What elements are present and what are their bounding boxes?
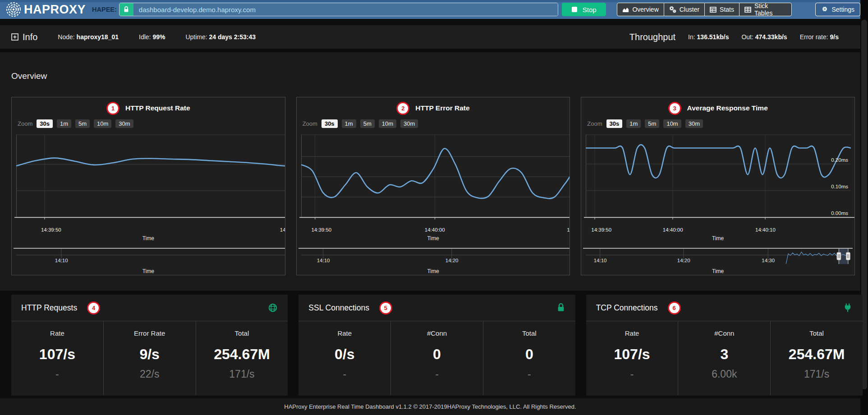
series-line (586, 145, 851, 178)
settings-label: Settings (831, 6, 854, 13)
nav-button-stick-tables[interactable]: Stick Tables (739, 3, 792, 16)
zoom-row: Zoom30s1m5m10m30m (12, 117, 285, 130)
stat-sub-value: - (483, 368, 575, 380)
panel-header: 3Average Response Time (581, 97, 854, 117)
lock-icon (556, 303, 565, 313)
zoom-row: Zoom30s1m5m10m30m (581, 117, 854, 130)
section-title: Overview (11, 71, 860, 81)
stop-button[interactable]: Stop (562, 3, 606, 16)
nav-button-group: OverviewClusterStatsStick Tables (617, 3, 792, 16)
zoom-5m-button[interactable]: 5m (645, 119, 659, 128)
navigator-axis-title: Time (12, 268, 285, 275)
stat-card-http-requests: HTTP Requests4Rate107/s-Error Rate9/s22/… (11, 295, 288, 396)
nav-button-label: Cluster (680, 6, 699, 13)
footer-text: HAProxy Enterprise Real Time Dashboard v… (284, 403, 576, 410)
range-navigator[interactable]: 14:1014:2014:30 (581, 248, 854, 267)
zoom-5m-button[interactable]: 5m (360, 119, 375, 128)
gears-icon (669, 6, 676, 13)
stat-cards-row: HTTP Requests4Rate107/s-Error Rate9/s22/… (11, 295, 863, 396)
stat-sub-value: 171/s (771, 368, 863, 380)
chart-panel-1: 1HTTP Request RateZoom30s1m5m10m30m0.00/… (11, 97, 285, 275)
zoom-label: Zoom (18, 120, 32, 127)
card-icon-slot (556, 303, 565, 313)
stat-column: #Conn0- (390, 321, 483, 395)
card-stats: Rate107/s-Error Rate9/s22/sTotal254.67M1… (11, 321, 288, 395)
nav-button-stats[interactable]: Stats (704, 3, 739, 16)
zoom-30m-button[interactable]: 30m (685, 119, 703, 128)
zoom-1m-button[interactable]: 1m (626, 119, 641, 128)
x-tick-label: 14:40:00 (280, 227, 285, 233)
stat-column: Total254.67M171/s (196, 321, 288, 395)
card-stats: Rate107/s-#Conn36.00kTotal254.67M171/s (586, 321, 863, 395)
plug-icon (843, 303, 853, 313)
x-axis-title: Time (297, 235, 570, 242)
nav-button-overview[interactable]: Overview (617, 3, 664, 16)
nav-button-label: Stats (720, 6, 734, 13)
card-icon-slot (843, 303, 853, 313)
stat-label: Total (196, 329, 288, 337)
charts-row: 1HTTP Request RateZoom30s1m5m10m30m0.00/… (11, 97, 855, 275)
range-navigator[interactable]: 14:1014:2014:30 (297, 248, 570, 267)
x-tick-label: 14:39:50 (591, 227, 611, 233)
navigator-canvas: 14:1014:2014:30 (297, 248, 570, 267)
zoom-30m-button[interactable]: 30m (115, 119, 133, 128)
field-value: 9/s (830, 33, 839, 41)
info-field: Node: haproxy18_01 (58, 33, 119, 41)
stat-value: 254.67M (196, 346, 288, 363)
zoom-10m-button[interactable]: 10m (379, 119, 396, 128)
card-header: HTTP Requests4 (11, 295, 288, 321)
navigator-tick-label: 14:30 (762, 258, 775, 263)
stat-sub-value: - (11, 368, 103, 380)
annotation-badge: 4 (87, 301, 100, 315)
zoom-1m-button[interactable]: 1m (57, 119, 71, 128)
hapee-label: HAPEE: (92, 6, 117, 13)
field-value: haproxy18_01 (77, 33, 119, 41)
x-tick-label: 14:40:00 (663, 227, 683, 233)
annotation-badge: 2 (396, 102, 409, 115)
zoom-1m-button[interactable]: 1m (342, 119, 356, 128)
chart-panel-3: 3Average Response TimeZoom30s1m5m10m30m0… (581, 97, 855, 275)
zoom-30s-button[interactable]: 30s (37, 119, 53, 128)
range-navigator[interactable]: 14:1014:2014:30 (12, 248, 285, 267)
navigator-tick-label: 14:10 (55, 258, 68, 263)
stat-column: Rate107/s- (11, 321, 103, 395)
zoom-10m-button[interactable]: 10m (663, 119, 681, 128)
zoom-30s-button[interactable]: 30s (606, 119, 623, 128)
stat-value: 0 (391, 346, 483, 363)
throughput-field: Out: 474.33kb/s (741, 33, 787, 41)
nav-button-label: Overview (632, 6, 658, 13)
main-chart-area: 0.00ms0.10ms0.20ms (581, 132, 854, 227)
info-bar: Info Node: haproxy18_01Idle: 99%Uptime: … (0, 25, 860, 49)
stat-label: #Conn (391, 329, 483, 337)
x-axis-labels: 14:39:5014:40:0014:40:10 (297, 227, 570, 234)
panel-header: 2HTTP Error Rate (297, 97, 570, 117)
info-title[interactable]: Info (11, 32, 37, 42)
navigator-axis-title: Time (297, 268, 570, 275)
stat-value: 0/s (299, 346, 390, 363)
field-value: 136.51kb/s (697, 33, 729, 41)
navigator-handle[interactable] (846, 252, 850, 260)
stat-sub-value: - (586, 368, 678, 380)
url-bar (119, 3, 558, 16)
zoom-30s-button[interactable]: 30s (321, 119, 338, 128)
annotation-badge: 1 (106, 102, 119, 115)
navigator-handle[interactable] (837, 252, 841, 260)
zoom-10m-button[interactable]: 10m (94, 119, 111, 128)
url-input[interactable] (133, 3, 558, 16)
stop-label: Stop (583, 6, 597, 14)
x-tick-label: 14:39:50 (41, 227, 61, 233)
info-field: Uptime: 24 days 2:53:43 (185, 33, 256, 41)
zoom-5m-button[interactable]: 5m (75, 119, 90, 128)
y-axis-label: 0.00ms (831, 210, 849, 216)
navigator-axis-title: Time (581, 268, 854, 275)
brand-text: HAPROXY (24, 3, 86, 17)
card-title: TCP Connections (596, 303, 658, 313)
zoom-30m-button[interactable]: 30m (400, 119, 418, 128)
stat-sub-value: - (299, 368, 390, 380)
stat-sub-value: 22/s (104, 368, 196, 380)
nav-button-cluster[interactable]: Cluster (664, 3, 705, 16)
overview-section: Overview 1HTTP Request RateZoom30s1m5m10… (0, 52, 860, 291)
settings-button[interactable]: Settings (815, 3, 860, 16)
card-header: SSL Connections5 (299, 295, 575, 321)
x-axis-labels: 14:39:5014:40:0014:40:10 (12, 227, 285, 234)
